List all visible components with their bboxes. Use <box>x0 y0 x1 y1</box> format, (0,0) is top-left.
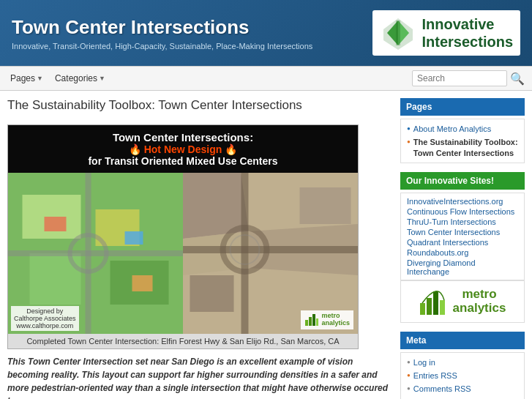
list-item[interactable]: Town Center Intersections <box>407 227 518 237</box>
hot-new-design-line: 🔥 Hot New Design 🔥 <box>14 143 352 155</box>
sidebar-link-toolbox[interactable]: The Sustainability Toolbox: Town Center … <box>413 137 518 158</box>
right-logo: metroanalytics <box>301 310 353 329</box>
categories-nav[interactable]: Categories ▼ <box>52 72 108 85</box>
bullet-icon: ● <box>407 385 411 392</box>
logo-text: Innovative Intersections <box>422 15 513 51</box>
svg-rect-21 <box>190 275 234 312</box>
svg-rect-29 <box>433 291 438 315</box>
article-subtitle-line: for Transit Oriented Mixed Use Centers <box>14 155 352 167</box>
pages-nav[interactable]: Pages ▼ <box>7 72 46 85</box>
metro-analytics-section: metro analytics <box>400 280 525 323</box>
bullet-icon: ● <box>407 372 411 379</box>
logo-line2: Intersections <box>422 33 513 51</box>
navbar: Pages ▼ Categories ▼ 🔍 <box>0 66 532 91</box>
categories-arrow: ▼ <box>99 75 105 82</box>
site-tagline: Innovative, Transit-Oriented, High-Capac… <box>12 42 312 51</box>
categories-label: Categories <box>55 73 97 83</box>
sidebar-pages-section: Pages ● About Metro Analytics ● The Sust… <box>400 98 525 163</box>
sidebar-meta-list: ● Log in ● Entries RSS ● Comments RSS <box>400 352 525 399</box>
metro-analytics-text: metro analytics <box>453 288 506 315</box>
list-item: ● Comments RSS <box>407 382 518 395</box>
content-area: The Sustainability Toolbox: Town Center … <box>7 98 400 399</box>
svg-rect-24 <box>309 317 312 326</box>
meta-entries-rss[interactable]: Entries RSS <box>413 370 457 381</box>
svg-rect-14 <box>132 275 153 291</box>
site-header: Town Center Intersections Innovative, Tr… <box>0 0 532 66</box>
sidebar-link-about[interactable]: About Metro Analytics <box>413 124 491 134</box>
logo-line1: Innovative <box>422 15 513 33</box>
bullet-icon: ● <box>407 359 411 365</box>
sidebar-meta-title: Meta <box>400 332 525 349</box>
metro-text-line1: metro <box>453 288 506 302</box>
site-title: Town Center Intersections <box>12 16 312 39</box>
sidebar-pages-list: ● About Metro Analytics ● The Sustainabi… <box>400 119 525 163</box>
pages-arrow: ▼ <box>37 75 43 82</box>
meta-login[interactable]: Log in <box>413 357 435 368</box>
meta-comments-rss[interactable]: Comments RSS <box>413 384 471 394</box>
sidebar-innovative-list: InnovativeIntersections.org Continuous F… <box>400 193 525 280</box>
sidebar: Pages ● About Metro Analytics ● The Sust… <box>400 98 525 399</box>
article-image-box: Town Center Intersections: 🔥 Hot New Des… <box>7 124 359 349</box>
metro-logo-text: metroanalytics <box>321 313 350 327</box>
page-title: The Sustainability Toolbox: Town Center … <box>7 98 389 116</box>
image-caption: Completed Town Center Intersection: Elfi… <box>8 334 358 348</box>
list-item[interactable]: Continuous Flow Intersections <box>407 206 518 217</box>
bullet-icon: ● <box>407 138 411 145</box>
list-item: ● About Metro Analytics <box>407 122 518 135</box>
left-caption-line3: www.calthorpe.com <box>14 322 76 329</box>
article-overlay-title: Town Center Intersections: 🔥 Hot New Des… <box>8 125 358 173</box>
right-aerial-image: metroanalytics <box>183 173 358 334</box>
sidebar-innovative-title: Our Innovative Sites! <box>400 172 525 190</box>
main-layout: The Sustainability Toolbox: Town Center … <box>0 91 532 399</box>
sidebar-pages-title: Pages <box>400 98 525 116</box>
search-area: 🔍 <box>412 70 525 86</box>
bullet-icon: ● <box>407 125 411 132</box>
svg-rect-27 <box>420 303 425 315</box>
list-item[interactable]: Roundabouts.org <box>407 247 518 258</box>
left-caption-line2: Calthorpe Associates <box>14 315 76 322</box>
search-button[interactable]: 🔍 <box>510 72 525 86</box>
left-caption-line1: Designed by <box>14 307 76 315</box>
logo-area: Innovative Intersections <box>372 10 520 56</box>
metro-analytics-logo: metro analytics <box>407 287 518 316</box>
svg-rect-30 <box>440 300 445 315</box>
svg-rect-13 <box>125 231 143 245</box>
svg-rect-26 <box>316 318 318 326</box>
sidebar-innovative-section: Our Innovative Sites! InnovativeIntersec… <box>400 172 525 323</box>
metro-analytics-icon <box>419 287 449 316</box>
list-item[interactable]: Diverging Diamond Interchange <box>407 258 518 277</box>
list-item[interactable]: ThruU-Turn Intersections <box>407 217 518 227</box>
pages-label: Pages <box>10 73 35 83</box>
svg-rect-12 <box>45 217 67 231</box>
svg-rect-22 <box>300 187 351 224</box>
image-row: Designed by Calthorpe Associates www.cal… <box>8 173 358 334</box>
list-item: ● Log in <box>407 356 518 369</box>
svg-rect-23 <box>305 320 308 326</box>
left-aerial-image: Designed by Calthorpe Associates www.cal… <box>8 173 183 334</box>
article-title-line1: Town Center Intersections: <box>14 131 352 143</box>
nav-items: Pages ▼ Categories ▼ <box>7 72 108 85</box>
svg-rect-25 <box>312 314 315 326</box>
svg-rect-28 <box>427 298 432 315</box>
article-description: This Town Center Intersection set near S… <box>7 355 389 399</box>
list-item[interactable]: Quadrant Intersections <box>407 237 518 247</box>
metro-text-line2: analytics <box>453 302 506 316</box>
list-item: ● Entries RSS <box>407 369 518 382</box>
list-item[interactable]: InnovativeIntersections.org <box>407 196 518 206</box>
list-item: ● The Sustainability Toolbox: Town Cente… <box>407 135 518 160</box>
site-branding: Town Center Intersections Innovative, Tr… <box>12 16 312 51</box>
left-image-caption: Designed by Calthorpe Associates www.cal… <box>11 306 79 331</box>
metro-analytics-small-icon <box>304 313 319 327</box>
logo-icon <box>380 15 416 51</box>
svg-rect-3 <box>396 20 400 45</box>
search-input[interactable] <box>412 70 507 86</box>
sidebar-meta-section: Meta ● Log in ● Entries RSS ● Comments R… <box>400 332 525 399</box>
